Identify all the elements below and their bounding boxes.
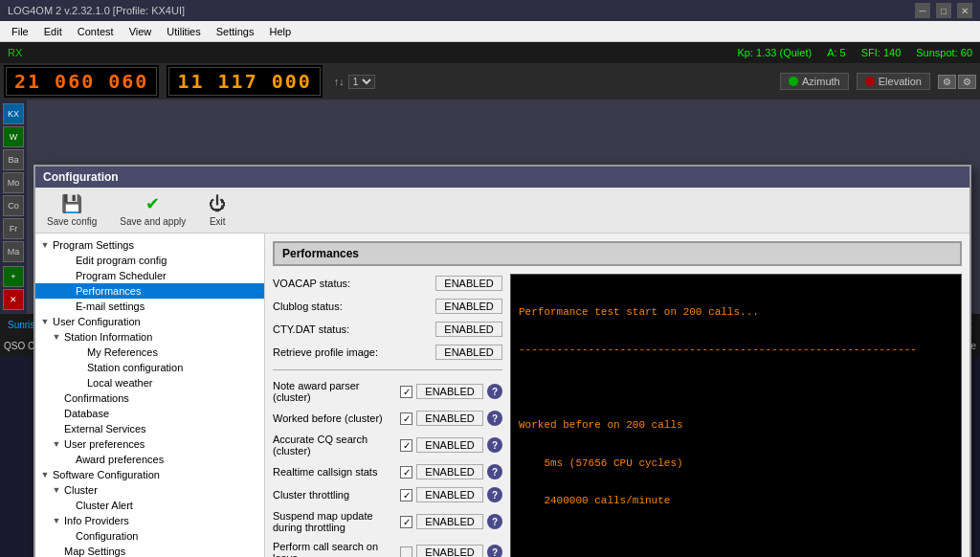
close-button[interactable]: ✕ (957, 3, 972, 18)
elevation-box: Elevation (857, 73, 930, 90)
tree-user-config[interactable]: ▼ User Configuration (35, 314, 264, 329)
menu-file[interactable]: File (4, 24, 36, 39)
tree-award-preferences[interactable]: Award preferences (35, 452, 264, 467)
exit-button[interactable]: ⏻ Exit (205, 192, 230, 229)
dialog-body: ▼ Program Settings Edit program config P… (35, 234, 969, 557)
award-parser-help-icon[interactable]: ? (487, 384, 502, 399)
voacap-label: VOACAP status: (273, 278, 435, 289)
tree-local-weather[interactable]: Local weather (35, 375, 264, 390)
tree-ip-config[interactable]: Configuration (35, 528, 264, 544)
award-parser-checkbox[interactable]: ✓ (400, 386, 412, 398)
output-line-7 (519, 531, 953, 546)
title-bar: LOG4OM 2 v.2.32.1.0 [Profile: KX4UI] ─ □… (0, 0, 980, 21)
callsearch-row: Perform call search on leave ENABLED ? (273, 539, 502, 557)
menu-contest[interactable]: Contest (70, 24, 122, 39)
menu-edit[interactable]: Edit (36, 24, 70, 39)
accurate-cq-label: Accurate CQ search (cluster) (273, 434, 396, 457)
menu-settings[interactable]: Settings (209, 24, 262, 39)
tree-cluster[interactable]: ▼ Cluster (35, 482, 264, 498)
minimize-button[interactable]: ─ (915, 3, 930, 18)
tree-performances[interactable]: Performances (35, 283, 264, 299)
output-line-2: ----------------------------------------… (519, 343, 953, 357)
tree-user-preferences[interactable]: ▼ User preferences (35, 436, 264, 452)
kp-value: Kp: 1.33 (Quiet) (737, 47, 812, 58)
expander-empty14 (51, 546, 62, 557)
save-config-button[interactable]: 💾 Save config (43, 191, 100, 229)
award-parser-status: ENABLED (416, 384, 483, 399)
save-apply-button[interactable]: ✔ Save and apply (116, 191, 189, 229)
channel-select[interactable]: 1 (348, 75, 375, 89)
expander-empty5 (74, 346, 85, 358)
freq-display-2: 11 117 000 (168, 67, 320, 96)
rig-btn-2[interactable]: ⚙ (958, 75, 976, 89)
freq-display-1: 21 060 060 (6, 67, 157, 96)
realtime-status: ENABLED (416, 464, 483, 479)
tree-cluster-alert[interactable]: Cluster Alert (35, 498, 264, 513)
expander-empty7 (74, 377, 85, 389)
expander-user-pref: ▼ (51, 438, 62, 450)
tree-station-info[interactable]: ▼ Station Information (35, 329, 264, 345)
tree-software-config[interactable]: ▼ Software Configuration (35, 467, 264, 482)
save-apply-icon: ✔ (145, 193, 160, 214)
tree-info-providers[interactable]: ▼ Info Providers (35, 513, 264, 528)
suspend-map-status: ENABLED (416, 514, 483, 529)
performances-label: Performances (76, 285, 141, 297)
tree-external-services[interactable]: External Services (35, 421, 264, 436)
rig-btn-1[interactable]: ⚙ (938, 75, 956, 89)
callsearch-checkbox[interactable] (400, 546, 412, 558)
suspend-map-checkbox[interactable]: ✓ (400, 516, 412, 528)
menu-utilities[interactable]: Utilities (159, 24, 208, 39)
output-terminal: Performance test start on 200 calls... -… (510, 274, 962, 557)
accurate-cq-help-icon[interactable]: ? (487, 437, 502, 453)
exit-label: Exit (210, 216, 226, 227)
realtime-checkbox[interactable]: ✓ (400, 466, 412, 479)
output-line-4: Worked before on 200 calls (519, 418, 953, 433)
tree-edit-program[interactable]: Edit program config (35, 253, 264, 268)
accurate-cq-checkbox[interactable]: ✓ (400, 439, 412, 452)
sidebar-btn-fr[interactable]: Fr (3, 218, 24, 239)
rig-bar: 21 060 060 11 117 000 ↑↓ 1 Azimuth Eleva… (0, 63, 980, 100)
tree-program-scheduler[interactable]: Program Scheduler (35, 268, 264, 283)
maximize-button[interactable]: □ (936, 3, 951, 18)
callsearch-help-icon[interactable]: ? (487, 545, 502, 557)
rig-buttons: ⚙ ⚙ (938, 75, 976, 89)
sidebar-btn-w[interactable]: W (3, 126, 24, 147)
performances-main: VOACAP status: ENABLED Clublog status: E… (273, 274, 962, 557)
dialog-toolbar: 💾 Save config ✔ Save and apply ⏻ Exit (35, 188, 969, 234)
sidebar-btn-green[interactable]: + (3, 266, 24, 287)
worked-before-help-icon[interactable]: ? (487, 411, 502, 426)
clublog-label: Clublog status: (273, 301, 435, 312)
sidebar-btn-ma[interactable]: Ma (3, 241, 24, 262)
worked-before-checkbox[interactable]: ✓ (400, 412, 412, 425)
tree-map-settings[interactable]: Map Settings (35, 544, 264, 557)
clublog-row: Clublog status: ENABLED (273, 297, 502, 316)
tree-database[interactable]: Database (35, 406, 264, 421)
menu-view[interactable]: View (122, 24, 160, 39)
tree-confirmations[interactable]: Confirmations (35, 390, 264, 406)
sidebar-btn-red[interactable]: ✕ (3, 289, 24, 310)
sidebar-btn-co[interactable]: Co (3, 195, 24, 216)
cluster-throttle-checkbox[interactable]: ✓ (400, 489, 412, 501)
sidebar-btn-kx[interactable]: KX (3, 103, 24, 124)
sidebar-btn-mo[interactable]: Mo (3, 172, 24, 193)
tree-station-config[interactable]: Station configuration (35, 360, 264, 375)
azimuth-box: Azimuth (780, 73, 849, 90)
rx-indicator: RX (8, 47, 22, 58)
expander-empty6 (74, 362, 85, 373)
tree-program-settings[interactable]: ▼ Program Settings (35, 237, 264, 253)
tree-my-references[interactable]: My References (35, 345, 264, 360)
sidebar-btn-ba[interactable]: Ba (3, 149, 24, 170)
menu-help[interactable]: Help (261, 24, 299, 39)
azimuth-label: Azimuth (802, 76, 840, 87)
worked-before-label: Worked before (cluster) (273, 412, 396, 424)
dialog-title: Configuration (35, 167, 969, 188)
app-title: LOG4OM 2 v.2.32.1.0 [Profile: KX4UI] (8, 5, 185, 16)
suspend-map-help-icon[interactable]: ? (487, 514, 502, 529)
suspend-map-label: Suspend map update during throttling (273, 510, 396, 533)
cluster-throttle-help-icon[interactable]: ? (487, 487, 502, 502)
realtime-help-icon[interactable]: ? (487, 464, 502, 479)
voacap-status: ENABLED (435, 276, 502, 291)
award-parser-label: Note award parser (cluster) (273, 380, 396, 403)
tree-email-settings[interactable]: E-mail settings (35, 299, 264, 314)
expander-info: ▼ (51, 515, 62, 526)
